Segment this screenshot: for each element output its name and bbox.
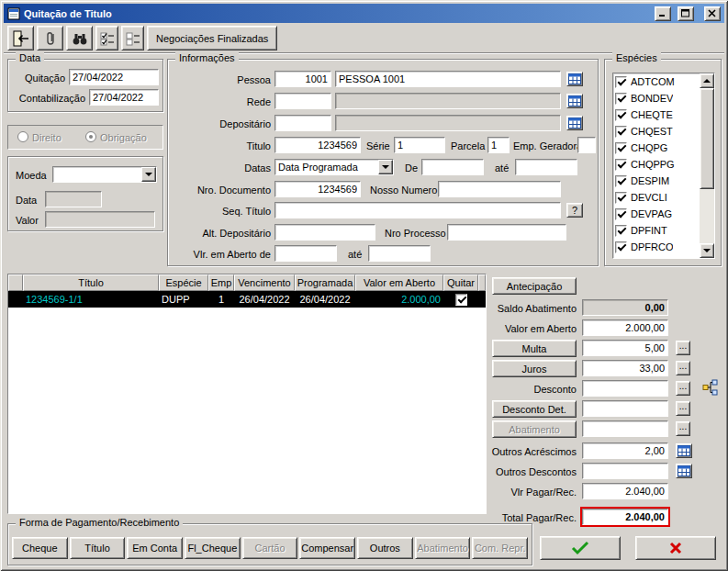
nosso-numero-field[interactable]: [438, 181, 561, 197]
emp-geradora-field[interactable]: [577, 137, 596, 153]
multa-more-button[interactable]: ...: [676, 341, 690, 355]
species-label: DEVPAG: [631, 208, 672, 219]
paperclip-icon: [43, 30, 58, 47]
check-all-button[interactable]: [95, 26, 118, 50]
multa-button[interactable]: Multa: [492, 340, 577, 357]
desconto-det-more-button[interactable]: ...: [676, 401, 690, 416]
moeda-combobox[interactable]: [52, 166, 157, 183]
outros-acrescimos-field[interactable]: [582, 442, 668, 459]
hierarchy-tree-icon: [702, 379, 719, 396]
species-checkbox[interactable]: [615, 159, 627, 171]
outros-descontos-field[interactable]: [582, 463, 668, 479]
species-checkbox[interactable]: [615, 126, 627, 138]
seq-titulo-field[interactable]: [274, 202, 561, 218]
datas-combobox-arrow[interactable]: [378, 160, 393, 174]
moeda-combobox-arrow[interactable]: [141, 167, 156, 182]
cell-emp: 1: [208, 291, 234, 308]
species-checkbox[interactable]: [615, 241, 627, 253]
contabilizacao-date-field[interactable]: [89, 89, 159, 106]
close-button[interactable]: [704, 6, 721, 21]
antecipacao-button[interactable]: Antecipação: [492, 277, 577, 295]
cell-vencimento: 26/04/2022: [234, 291, 295, 308]
minimize-button[interactable]: [655, 6, 671, 21]
juros-more-button[interactable]: ...: [676, 361, 690, 375]
grid-header-valor-em-aberto[interactable]: Valor em Aberto: [355, 274, 443, 291]
grid-header-especie[interactable]: Espécie: [159, 274, 208, 291]
multa-field[interactable]: [582, 340, 668, 356]
negociacoes-finalizadas-button[interactable]: Negociações Finalizadas: [147, 26, 277, 50]
cancel-button[interactable]: [635, 536, 716, 560]
grid-header-indicator[interactable]: [8, 274, 23, 291]
confirm-button[interactable]: [540, 536, 621, 560]
exit-button[interactable]: [7, 26, 34, 50]
outros-descontos-lookup-button[interactable]: [676, 464, 692, 478]
titulo-field[interactable]: [274, 137, 361, 153]
vlr-em-aberto-ate-field[interactable]: [368, 245, 431, 262]
species-checkbox[interactable]: [615, 76, 627, 88]
data-ate-field[interactable]: [515, 159, 577, 175]
rede-lookup-button[interactable]: [566, 94, 583, 108]
quitar-checkbox[interactable]: [455, 294, 467, 306]
species-checkbox[interactable]: [615, 142, 627, 154]
desconto-det-button[interactable]: Desconto Det.: [492, 400, 577, 418]
vlr-em-aberto-de-field[interactable]: [274, 245, 337, 262]
maximize-button[interactable]: [678, 6, 694, 21]
pessoa-lookup-button[interactable]: [566, 72, 583, 86]
grid-table-icon: [568, 118, 581, 129]
scroll-up-button[interactable]: [700, 73, 714, 88]
desconto-field[interactable]: [582, 380, 668, 397]
parcela-field[interactable]: [487, 137, 510, 153]
depositario-label: Depositário: [172, 118, 271, 130]
abatimento-more-button[interactable]: ...: [676, 421, 690, 436]
alt-depositario-field[interactable]: [274, 224, 375, 241]
serie-field[interactable]: [394, 137, 445, 153]
desconto-det-field[interactable]: [582, 400, 668, 417]
tree-view-button[interactable]: [700, 376, 722, 398]
species-checkbox[interactable]: [615, 225, 627, 237]
data-group-title: Data: [16, 52, 44, 64]
pessoa-code-field[interactable]: [274, 71, 331, 87]
find-button[interactable]: [66, 26, 93, 50]
grid-row-selected[interactable]: 1234569-1/1 DUPP 1 26/04/2022 26/04/2022…: [8, 291, 486, 308]
species-checkbox[interactable]: [615, 109, 627, 121]
moeda-group: Moeda Data Valor: [7, 156, 163, 231]
nro-documento-field[interactable]: [274, 181, 361, 197]
scroll-down-button[interactable]: [700, 243, 714, 258]
species-checkbox[interactable]: [615, 192, 627, 204]
species-checkbox[interactable]: [615, 93, 627, 105]
outros-acrescimos-lookup-button[interactable]: [676, 443, 692, 458]
abatimento-field[interactable]: [582, 420, 668, 437]
quitacao-date-field[interactable]: [69, 69, 159, 85]
rede-code-field[interactable]: [274, 93, 331, 109]
moeda-label: Moeda: [16, 169, 47, 182]
especies-scrollbar[interactable]: [700, 73, 714, 258]
title-bar: Quitação de Titulo: [4, 4, 724, 23]
desconto-more-button[interactable]: ...: [676, 381, 690, 396]
uncheck-all-button[interactable]: [121, 26, 144, 50]
grid-header-programada[interactable]: Programada: [295, 274, 355, 291]
cheque-button[interactable]: Cheque: [12, 537, 68, 559]
species-checkbox[interactable]: [615, 175, 627, 187]
juros-button[interactable]: Juros: [492, 360, 577, 377]
cell-titulo: 1234569-1/1: [23, 291, 159, 308]
juros-field[interactable]: [582, 360, 668, 376]
compensar-button[interactable]: Compensar: [299, 537, 355, 559]
grid-header-quitar[interactable]: Quitar: [443, 274, 478, 291]
titulo-button[interactable]: Título: [70, 537, 126, 559]
attachment-button[interactable]: [37, 26, 63, 50]
pessoa-name-field[interactable]: [335, 71, 561, 87]
fl-cheque-button[interactable]: Fl_Cheque: [185, 537, 241, 559]
species-checkbox[interactable]: [615, 208, 627, 220]
nro-processo-field[interactable]: [447, 224, 566, 241]
em-conta-button[interactable]: Em Conta: [127, 537, 183, 559]
depositario-code-field[interactable]: [274, 115, 331, 131]
data-de-field[interactable]: [421, 159, 484, 175]
grid-header-titulo[interactable]: Título: [23, 274, 159, 291]
grid-header-vencimento[interactable]: Vencimento: [234, 274, 295, 291]
outros-button[interactable]: Outros: [357, 537, 413, 559]
scroll-thumb[interactable]: [700, 88, 714, 189]
grid-header-emp[interactable]: Emp: [208, 274, 234, 291]
seq-titulo-help-button[interactable]: ?: [566, 203, 583, 218]
datas-combobox[interactable]: Data Programada: [274, 159, 394, 175]
depositario-lookup-button[interactable]: [566, 116, 583, 130]
